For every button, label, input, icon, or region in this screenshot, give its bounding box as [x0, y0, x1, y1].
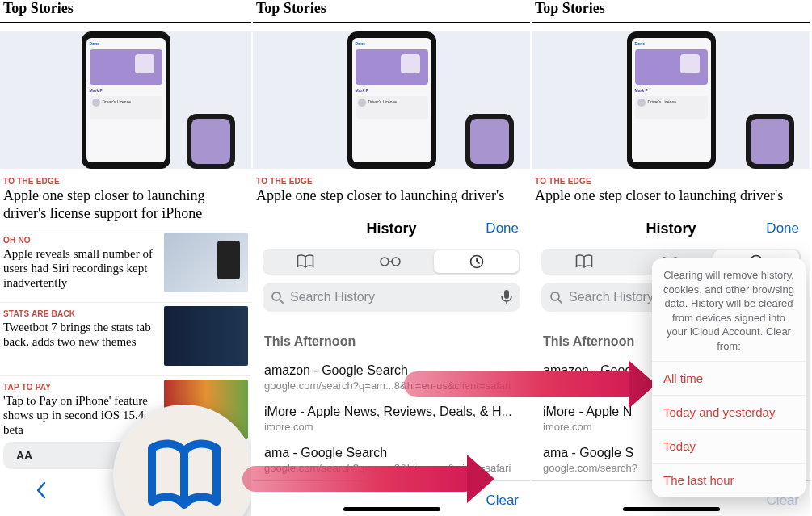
- hero-phone: Done Mark P Driver's License: [82, 31, 170, 169]
- hero-image: Done Mark P Driver's License: [0, 31, 251, 169]
- story-kicker: TO THE EDGE: [0, 177, 251, 186]
- section-header-top-stories: Top Stories: [253, 0, 530, 23]
- clear-option-today-yesterday[interactable]: Today and yesterday: [652, 395, 806, 429]
- story-kicker: TO THE EDGE: [253, 177, 530, 186]
- annotation-arrow: [242, 466, 477, 492]
- sheet-title: History: [366, 220, 416, 237]
- reader-aa-button[interactable]: AA: [16, 449, 32, 462]
- story-row[interactable]: STATS ARE BACK Tweetbot 7 brings the sta…: [0, 302, 251, 369]
- story-thumbnail: [164, 306, 248, 366]
- search-placeholder: Search History: [569, 290, 654, 304]
- tab-history[interactable]: [434, 250, 519, 273]
- back-button[interactable]: [36, 481, 47, 499]
- clear-history-popover: Clearing will remove history, cookies, a…: [652, 258, 806, 497]
- history-url: imore.com: [264, 421, 519, 433]
- hero-watch: [177, 104, 235, 169]
- segmented-control[interactable]: [263, 249, 520, 275]
- story-headline: Apple reveals small number of users had …: [3, 246, 158, 290]
- story-kicker: STATS ARE BACK: [3, 309, 158, 318]
- annotation-arrow: [404, 371, 638, 397]
- search-icon: [271, 291, 284, 304]
- book-icon: [575, 254, 593, 269]
- tab-reading-list[interactable]: [347, 249, 432, 275]
- panel-clear-popover: Top Stories DoneMark PDriver's License T…: [532, 0, 812, 516]
- popover-message: Clearing will remove history, cookies, a…: [652, 258, 806, 361]
- history-row[interactable]: iMore - Apple News, Reviews, Deals, & H.…: [253, 398, 530, 439]
- glasses-icon: [380, 256, 401, 267]
- book-icon: [297, 254, 314, 269]
- clear-option-today[interactable]: Today: [652, 429, 806, 463]
- story-kicker: TAP TO PAY: [3, 383, 158, 392]
- hero-image: DoneMark PDriver's License: [253, 31, 530, 169]
- history-title: iMore - Apple News, Reviews, Deals, & H.…: [264, 405, 519, 419]
- search-history-input[interactable]: Search History: [263, 283, 520, 312]
- search-placeholder: Search History: [290, 290, 375, 304]
- panel-safari-page: Top Stories Done Mark P Driver's License…: [0, 0, 253, 516]
- story-headline[interactable]: Apple one step closer to launching drive…: [0, 187, 251, 222]
- mini-dl-label: Driver's License: [103, 99, 131, 104]
- story-kicker: OH NO: [3, 236, 158, 245]
- home-indicator: [343, 507, 440, 511]
- mini-done-label: Done: [90, 41, 100, 46]
- tab-bookmarks[interactable]: [263, 249, 347, 275]
- history-section-header: This Afternoon: [253, 320, 530, 357]
- clear-option-all-time[interactable]: All time: [652, 361, 806, 395]
- story-headline: Tweetbot 7 brings the stats tab back, ad…: [3, 320, 158, 349]
- mini-user-name: Mark P: [90, 88, 162, 93]
- search-icon: [549, 291, 562, 304]
- hero-image: DoneMark PDriver's License: [532, 31, 810, 169]
- section-header-top-stories: Top Stories: [0, 0, 251, 23]
- svg-point-1: [392, 258, 400, 266]
- svg-point-0: [381, 258, 389, 266]
- svg-rect-4: [504, 290, 509, 299]
- sheet-title: History: [646, 220, 696, 237]
- story-kicker: TO THE EDGE: [532, 177, 810, 186]
- done-button[interactable]: Done: [766, 220, 799, 237]
- section-header-top-stories: Top Stories: [532, 0, 810, 23]
- mic-icon[interactable]: [501, 289, 512, 305]
- done-button[interactable]: Done: [486, 220, 519, 237]
- home-indicator: [623, 507, 720, 511]
- story-thumbnail: [164, 233, 248, 292]
- clock-icon: [469, 254, 484, 269]
- story-row[interactable]: OH NO Apple reveals small number of user…: [0, 229, 251, 296]
- tab-bookmarks[interactable]: [541, 249, 627, 275]
- clear-option-last-hour[interactable]: The last hour: [652, 463, 806, 497]
- panel-history-sheet: Top Stories DoneMark PDriver's License T…: [253, 0, 532, 516]
- bookmarks-icon[interactable]: [140, 435, 229, 516]
